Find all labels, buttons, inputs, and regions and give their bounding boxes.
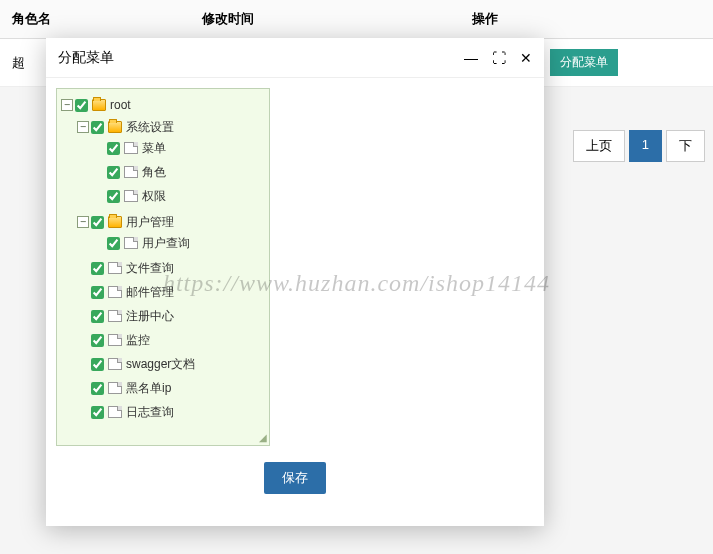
spacer-icon <box>77 334 89 346</box>
file-icon <box>124 166 138 178</box>
spacer-icon <box>77 310 89 322</box>
minimize-icon[interactable]: — <box>464 51 478 65</box>
resize-handle-icon[interactable]: ◢ <box>259 432 267 443</box>
header-action: 操作 <box>460 0 713 38</box>
spacer-icon <box>93 190 105 202</box>
table-header: 角色名 修改时间 操作 <box>0 0 713 39</box>
file-icon <box>108 286 122 298</box>
folder-icon <box>108 121 122 133</box>
tree-node-log-query[interactable]: 日志查询 <box>126 402 174 422</box>
checkbox-role[interactable] <box>107 166 120 179</box>
page-next[interactable]: 下 <box>666 130 705 162</box>
tree-node-root[interactable]: root <box>110 95 131 115</box>
file-icon <box>124 237 138 249</box>
tree-node-reg-center[interactable]: 注册中心 <box>126 306 174 326</box>
close-icon[interactable]: ✕ <box>520 51 532 65</box>
assign-menu-dialog: 分配菜单 — ⛶ ✕ − root <box>46 38 544 526</box>
checkbox-mail-mgmt[interactable] <box>91 286 104 299</box>
spacer-icon <box>93 166 105 178</box>
checkbox-perm[interactable] <box>107 190 120 203</box>
file-icon <box>124 142 138 154</box>
checkbox-blacklist[interactable] <box>91 382 104 395</box>
collapse-icon[interactable]: − <box>77 121 89 133</box>
file-icon <box>108 358 122 370</box>
file-icon <box>108 382 122 394</box>
checkbox-reg-center[interactable] <box>91 310 104 323</box>
folder-icon <box>92 99 106 111</box>
tree-node-swagger[interactable]: swagger文档 <box>126 354 195 374</box>
tree-node-mail-mgmt[interactable]: 邮件管理 <box>126 282 174 302</box>
tree-node-user-query[interactable]: 用户查询 <box>142 233 190 253</box>
tree-node-role[interactable]: 角色 <box>142 162 166 182</box>
checkbox-sys[interactable] <box>91 121 104 134</box>
dialog-titlebar[interactable]: 分配菜单 — ⛶ ✕ <box>46 38 544 78</box>
checkbox-log-query[interactable] <box>91 406 104 419</box>
tree-node-perm[interactable]: 权限 <box>142 186 166 206</box>
checkbox-monitor[interactable] <box>91 334 104 347</box>
checkbox-file-query[interactable] <box>91 262 104 275</box>
tree-node-monitor[interactable]: 监控 <box>126 330 150 350</box>
tree-node-menu[interactable]: 菜单 <box>142 138 166 158</box>
file-icon <box>124 190 138 202</box>
spacer-icon <box>93 142 105 154</box>
file-icon <box>108 406 122 418</box>
save-button[interactable]: 保存 <box>264 462 326 494</box>
file-icon <box>108 262 122 274</box>
assign-menu-button[interactable]: 分配菜单 <box>550 49 618 76</box>
checkbox-root[interactable] <box>75 99 88 112</box>
page-prev[interactable]: 上页 <box>573 130 625 162</box>
spacer-icon <box>77 382 89 394</box>
pagination: 上页 1 下 <box>573 130 705 162</box>
spacer-icon <box>77 262 89 274</box>
folder-icon <box>108 216 122 228</box>
spacer-icon <box>77 358 89 370</box>
header-role: 角色名 <box>0 0 190 38</box>
page-1[interactable]: 1 <box>629 130 662 162</box>
checkbox-user-query[interactable] <box>107 237 120 250</box>
checkbox-user-mgmt[interactable] <box>91 216 104 229</box>
file-icon <box>108 310 122 322</box>
spacer-icon <box>77 286 89 298</box>
tree-node-file-query[interactable]: 文件查询 <box>126 258 174 278</box>
spacer-icon <box>93 237 105 249</box>
tree-node-blacklist[interactable]: 黑名单ip <box>126 378 171 398</box>
dialog-title: 分配菜单 <box>58 49 464 67</box>
menu-tree: − root − 系统设置 <box>56 88 270 446</box>
spacer-icon <box>77 406 89 418</box>
collapse-icon[interactable]: − <box>61 99 73 111</box>
tree-node-user-mgmt[interactable]: 用户管理 <box>126 212 174 232</box>
header-modified: 修改时间 <box>190 0 460 38</box>
file-icon <box>108 334 122 346</box>
tree-node-sys[interactable]: 系统设置 <box>126 117 174 137</box>
checkbox-menu[interactable] <box>107 142 120 155</box>
checkbox-swagger[interactable] <box>91 358 104 371</box>
collapse-icon[interactable]: − <box>77 216 89 228</box>
maximize-icon[interactable]: ⛶ <box>492 51 506 65</box>
